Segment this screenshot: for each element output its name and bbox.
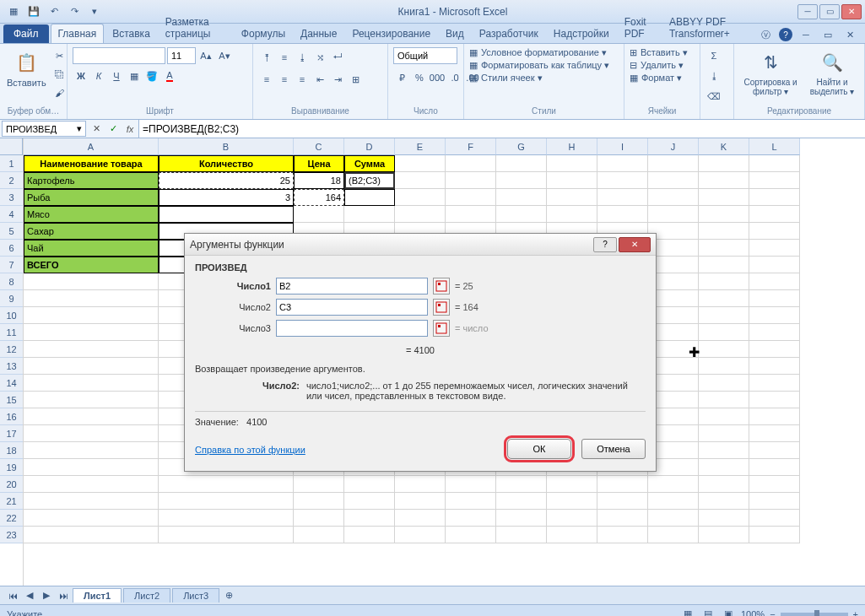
- cell[interactable]: [159, 510, 294, 527]
- cell[interactable]: [446, 527, 496, 543]
- formula-input[interactable]: [138, 120, 865, 138]
- cell[interactable]: [24, 341, 159, 358]
- cell[interactable]: [24, 493, 159, 510]
- cell[interactable]: [699, 341, 749, 358]
- cell[interactable]: [597, 510, 648, 527]
- cell[interactable]: [496, 493, 547, 510]
- bold-button[interactable]: Ж: [73, 68, 89, 84]
- cell[interactable]: [597, 493, 648, 510]
- col-head[interactable]: B: [159, 138, 294, 155]
- cell[interactable]: [159, 493, 294, 510]
- cell[interactable]: [699, 240, 749, 257]
- cell[interactable]: [395, 476, 446, 493]
- cell[interactable]: [344, 493, 395, 510]
- cell[interactable]: [24, 459, 159, 476]
- format-cells-button[interactable]: ▦Формат ▾: [630, 73, 688, 84]
- cell[interactable]: [24, 425, 159, 442]
- cell[interactable]: [749, 527, 800, 543]
- row-head[interactable]: 12: [0, 341, 23, 358]
- cell[interactable]: [547, 172, 597, 189]
- sheet-nav-next-icon[interactable]: ▶: [39, 589, 54, 602]
- save-icon[interactable]: 💾: [25, 3, 42, 20]
- cell[interactable]: [344, 206, 395, 223]
- sheet-tab-1[interactable]: Лист1: [73, 588, 122, 602]
- cell[interactable]: [699, 459, 749, 476]
- cell[interactable]: [496, 527, 547, 543]
- cell[interactable]: [446, 206, 496, 223]
- cell[interactable]: [699, 290, 749, 307]
- cell[interactable]: [699, 442, 749, 459]
- cell[interactable]: [344, 527, 395, 543]
- cell[interactable]: [699, 189, 749, 206]
- increase-indent-icon[interactable]: ⇥: [329, 71, 346, 88]
- zoom-out-icon[interactable]: −: [770, 609, 775, 617]
- cell[interactable]: [395, 189, 446, 206]
- cell[interactable]: [24, 527, 159, 543]
- dialog-close-button[interactable]: ✕: [619, 237, 651, 252]
- cell[interactable]: [294, 476, 344, 493]
- cell[interactable]: [749, 155, 800, 172]
- cell[interactable]: [395, 155, 446, 172]
- cell[interactable]: 25: [159, 172, 294, 189]
- cell[interactable]: [446, 189, 496, 206]
- cell[interactable]: [648, 476, 699, 493]
- cell[interactable]: [699, 375, 749, 392]
- cell[interactable]: 18: [294, 172, 344, 189]
- cell[interactable]: [749, 493, 800, 510]
- cell[interactable]: [699, 155, 749, 172]
- orientation-icon[interactable]: ⤭: [311, 49, 328, 66]
- cell[interactable]: [699, 425, 749, 442]
- italic-button[interactable]: К: [90, 68, 107, 84]
- row-head[interactable]: 2: [0, 172, 23, 189]
- cell[interactable]: Наименование товара: [24, 155, 159, 172]
- cell[interactable]: [344, 510, 395, 527]
- row-head[interactable]: 15: [0, 392, 23, 408]
- fill-color-icon[interactable]: 🪣: [143, 68, 160, 84]
- cell[interactable]: [446, 172, 496, 189]
- cell[interactable]: ВСЕГО: [24, 257, 159, 273]
- cell[interactable]: [24, 375, 159, 392]
- minimize-button[interactable]: ─: [797, 4, 818, 19]
- row-head[interactable]: 3: [0, 189, 23, 206]
- cell[interactable]: [496, 155, 547, 172]
- cell[interactable]: [699, 223, 749, 240]
- tab-foxit[interactable]: Foxit PDF: [618, 13, 661, 43]
- cell[interactable]: [749, 375, 800, 392]
- excel-icon[interactable]: ▦: [5, 3, 22, 20]
- cell[interactable]: [395, 493, 446, 510]
- cell[interactable]: [294, 493, 344, 510]
- cell[interactable]: [749, 240, 800, 257]
- row-head[interactable]: 21: [0, 493, 23, 510]
- cell[interactable]: [395, 527, 446, 543]
- name-box-dropdown-icon[interactable]: ▾: [77, 123, 82, 134]
- col-head[interactable]: K: [699, 138, 749, 155]
- row-head[interactable]: 10: [0, 307, 23, 324]
- cell[interactable]: [547, 527, 597, 543]
- cell[interactable]: [547, 206, 597, 223]
- inc-decimal-icon[interactable]: .0: [446, 69, 463, 86]
- cell[interactable]: [446, 510, 496, 527]
- cell[interactable]: [547, 155, 597, 172]
- row-head[interactable]: 1: [0, 155, 23, 172]
- cell[interactable]: [24, 476, 159, 493]
- cell[interactable]: [597, 206, 648, 223]
- cell[interactable]: [749, 408, 800, 425]
- cell[interactable]: [24, 290, 159, 307]
- row-head[interactable]: 14: [0, 375, 23, 392]
- cell[interactable]: [648, 206, 699, 223]
- borders-icon[interactable]: ▦: [126, 68, 143, 84]
- find-select-button[interactable]: 🔍Найти и выделить ▾: [805, 47, 859, 98]
- view-layout-icon[interactable]: ▤: [700, 608, 716, 617]
- cell[interactable]: [597, 172, 648, 189]
- fx-icon[interactable]: fx: [122, 121, 138, 138]
- col-head[interactable]: L: [749, 138, 800, 155]
- cell[interactable]: [496, 172, 547, 189]
- cell[interactable]: [699, 172, 749, 189]
- clear-icon[interactable]: ⌫: [706, 88, 722, 105]
- col-head[interactable]: H: [547, 138, 597, 155]
- sheet-tab-2[interactable]: Лист2: [123, 588, 170, 602]
- paste-button[interactable]: 📋 Вставить: [5, 47, 48, 89]
- cell[interactable]: [344, 476, 395, 493]
- cell[interactable]: [749, 290, 800, 307]
- cell[interactable]: [597, 476, 648, 493]
